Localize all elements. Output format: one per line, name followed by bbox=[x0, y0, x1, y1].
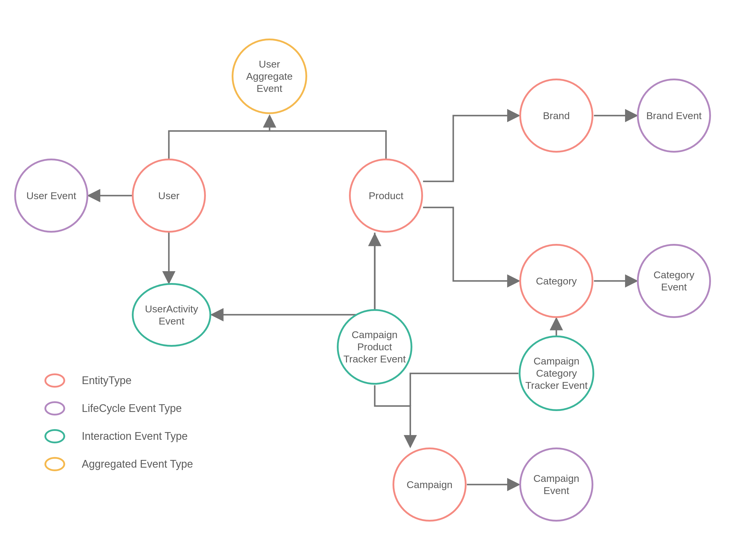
node-campaign-category-tracker-event: Campaign Category Tracker Event bbox=[519, 336, 594, 411]
node-label: Brand bbox=[543, 110, 570, 122]
node-category: Category bbox=[519, 244, 593, 318]
node-product: Product bbox=[349, 158, 423, 232]
node-label: Campaign Category Tracker Event bbox=[523, 355, 590, 391]
legend-swatch-interaction bbox=[44, 429, 65, 443]
node-brand-event: Brand Event bbox=[637, 78, 711, 153]
edge-product-to-useractivity-event bbox=[212, 232, 375, 315]
edge-user-to-user-aggregate-event bbox=[169, 131, 270, 158]
node-label: Category Event bbox=[642, 269, 706, 293]
node-campaign: Campaign bbox=[393, 448, 467, 522]
legend-label: Aggregated Event Type bbox=[82, 458, 193, 470]
legend-row-aggregated: Aggregated Event Type bbox=[44, 457, 193, 471]
edge-product-to-brand bbox=[423, 116, 519, 181]
node-label: UserActivity Event bbox=[137, 303, 206, 327]
node-label: Brand Event bbox=[646, 110, 701, 122]
legend-label: LifeCycle Event Type bbox=[82, 402, 182, 415]
node-campaign-event: Campaign Event bbox=[519, 448, 593, 522]
legend-swatch-entity bbox=[44, 374, 65, 388]
node-user-aggregate-event: User Aggregate Event bbox=[232, 39, 307, 114]
legend-row-interaction: Interaction Event Type bbox=[44, 429, 193, 443]
edge-campaign-category-tracker-to-campaign bbox=[410, 374, 518, 406]
edge-campaign-product-tracker-to-campaign bbox=[375, 385, 410, 447]
edge-product-to-category bbox=[423, 207, 519, 281]
node-label: User Aggregate Event bbox=[236, 58, 302, 94]
node-user-event: User Event bbox=[14, 158, 88, 232]
legend-swatch-lifecycle bbox=[44, 401, 65, 416]
node-label: Product bbox=[369, 190, 403, 202]
node-user-activity-event: UserActivity Event bbox=[132, 283, 211, 347]
legend-row-lifecycle: LifeCycle Event Type bbox=[44, 401, 193, 416]
node-label: User Event bbox=[26, 190, 76, 202]
node-campaign-product-tracker-event: Campaign Product Tracker Event bbox=[337, 309, 412, 385]
node-label: Campaign Product Tracker Event bbox=[342, 329, 408, 365]
diagram-canvas: User Aggregate Event User Event User Use… bbox=[0, 0, 756, 545]
node-category-event: Category Event bbox=[637, 244, 711, 318]
legend-label: EntityType bbox=[82, 374, 132, 387]
legend: EntityType LifeCycle Event Type Interact… bbox=[44, 374, 193, 485]
legend-swatch-aggregated bbox=[44, 457, 65, 471]
node-label: Category bbox=[536, 275, 577, 287]
edge-product-to-user-aggregate-event bbox=[270, 131, 386, 158]
legend-row-entity: EntityType bbox=[44, 374, 193, 388]
node-label: User bbox=[158, 190, 180, 202]
node-user: User bbox=[132, 158, 206, 232]
node-brand: Brand bbox=[519, 78, 593, 153]
legend-label: Interaction Event Type bbox=[82, 430, 188, 443]
node-label: Campaign bbox=[407, 479, 453, 491]
node-label: Campaign Event bbox=[524, 472, 589, 497]
